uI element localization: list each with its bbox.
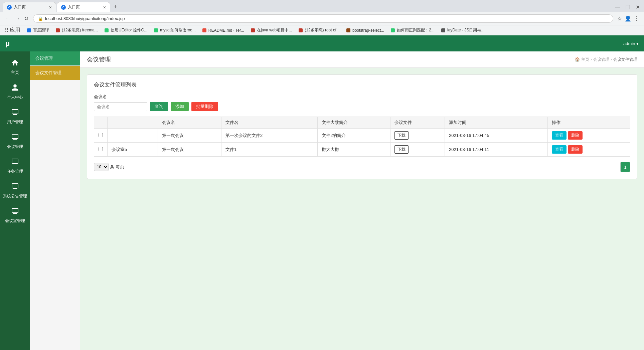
browser-tab-2[interactable]: C 入口页 × xyxy=(57,2,110,12)
content-area: 会议文件管理列表 会议名 查询 添加 批量删除 xyxy=(80,68,644,350)
reload-button[interactable]: ↻ xyxy=(22,14,30,23)
sidebar-item-room-mgmt[interactable]: 会议室管理 xyxy=(0,203,30,228)
bookmarks-bar: ⠿ 应用 百度翻译 (12条消息) freema... 使用UEditor 控件… xyxy=(0,25,644,35)
page-header: 会议管理 🏠 主页 › 会议管理 › 会议文件管理 xyxy=(80,51,644,68)
bookmark-bootstrap[interactable]: bootstrap-select... xyxy=(345,27,385,33)
row1-download-button[interactable]: 下载 xyxy=(394,131,409,140)
bookmark-ueditor[interactable]: 使用UEditor 控件C... xyxy=(103,27,149,34)
batch-delete-button[interactable]: 批量删除 xyxy=(191,102,218,111)
star-button[interactable]: ☆ xyxy=(616,14,623,23)
table-row: 第一次会议 第一次会议的文件2 文件2的简介 下载 2021-03-16 17:… xyxy=(94,129,630,143)
bookmark-icon xyxy=(27,28,31,32)
sub-sidebar-item-meeting-file-manage[interactable]: 会议文件管理 xyxy=(30,66,80,80)
row2-delete-button[interactable]: 删除 xyxy=(568,145,583,154)
tab-close-1[interactable]: × xyxy=(49,5,52,10)
sidebar-label-announce: 系统公告管理 xyxy=(3,193,27,199)
row1-file-name: 第一次会议的文件2 xyxy=(221,129,318,143)
bookmark-csdn1[interactable]: (12条消息) freema... xyxy=(54,27,99,34)
th-checkbox xyxy=(94,117,108,129)
menu-button[interactable]: ⋮ xyxy=(633,14,641,23)
add-button[interactable]: 添加 xyxy=(171,102,189,111)
bookmark-icon xyxy=(251,28,255,32)
forward-button[interactable]: → xyxy=(13,14,22,23)
per-page-select[interactable]: 10 20 50 xyxy=(94,163,109,171)
row1-add-time: 2021-03-16 17:04:45 xyxy=(445,129,548,143)
monitor-icon-announce xyxy=(11,182,19,192)
th-add-time: 添加时间 xyxy=(445,117,548,129)
th-meeting-name: 会议名 xyxy=(158,117,221,129)
sidebar-label-home: 主页 xyxy=(11,70,19,75)
monitor-icon-task xyxy=(11,158,19,167)
sub-sidebar-item-meeting-manage[interactable]: 会议管理 xyxy=(30,51,80,66)
new-tab-button[interactable]: + xyxy=(111,2,120,12)
table-row: 会议室5 第一次会议 文件1 撒大大撒 下载 2021-03-16 17:04:… xyxy=(94,143,630,157)
sidebar-label-room: 会议室管理 xyxy=(5,218,25,224)
app-container: 主页 个人中心 用户管理 会议管理 任务管理 xyxy=(0,51,644,350)
per-page-label: 条 每页 xyxy=(110,164,124,170)
page-1-button[interactable]: 1 xyxy=(620,162,630,172)
bookmark-icon xyxy=(202,28,206,32)
minimize-button[interactable]: — xyxy=(614,3,622,11)
bookmark-mysql[interactable]: mysql如何修改roo... xyxy=(153,27,197,34)
data-table: 会议名 文件名 文件大致简介 会议文件 添加时间 操作 xyxy=(94,117,630,157)
bookmark-readme[interactable]: README.md · Ter... xyxy=(201,27,246,33)
per-page-container: 10 20 50 条 每页 xyxy=(94,163,124,171)
browser-tab-1[interactable]: C 入口页 × xyxy=(3,2,56,12)
search-label: 会议名 xyxy=(94,94,630,100)
lock-icon: 🔒 xyxy=(38,16,43,21)
home-icon xyxy=(11,59,19,68)
sidebar-item-announce[interactable]: 系统公告管理 xyxy=(0,178,30,203)
address-bar[interactable]: 🔒 localhost:8080/huiyiguanlixitong/index… xyxy=(33,14,613,23)
monitor-icon-room xyxy=(11,207,19,217)
sidebar-item-meeting-mgmt[interactable]: 会议管理 xyxy=(0,129,30,154)
row1-summary: 文件2的简介 xyxy=(318,129,390,143)
back-button[interactable]: ← xyxy=(3,14,13,23)
close-window-button[interactable]: ✕ xyxy=(634,3,641,12)
bookmark-regex[interactable]: 如何用正则匹配：2... xyxy=(389,27,436,34)
sidebar-item-home[interactable]: 主页 xyxy=(0,55,30,79)
row1-meeting-name: 第一次会议 xyxy=(158,129,221,143)
bookmark-baidu[interactable]: 百度翻译 xyxy=(26,27,50,34)
th-meeting-file: 会议文件 xyxy=(390,117,445,129)
search-button[interactable]: 查询 xyxy=(150,102,168,111)
breadcrumb-current: 会议文件管理 xyxy=(613,57,637,62)
row2-add-time: 2021-03-16 17:04:11 xyxy=(445,143,548,157)
restore-button[interactable]: ❐ xyxy=(624,3,632,12)
row1-delete-button[interactable]: 删除 xyxy=(568,131,583,140)
bookmark-laydate[interactable]: layDate - JS日期与... xyxy=(440,27,486,34)
sidebar-label-task: 任务管理 xyxy=(7,169,23,174)
breadcrumb-home-icon: 🏠 xyxy=(575,57,580,62)
browser-toolbar: ← → ↻ 🔒 localhost:8080/huiyiguanlixitong… xyxy=(0,12,644,25)
row1-checkbox[interactable] xyxy=(99,133,103,137)
row2-summary: 撒大大撒 xyxy=(318,143,390,157)
breadcrumb-sep-1: › xyxy=(591,57,592,62)
search-input[interactable] xyxy=(94,102,147,111)
bookmark-icon xyxy=(391,28,395,32)
row2-view-button[interactable]: 查看 xyxy=(552,145,567,154)
tab-favicon-2: C xyxy=(61,5,66,10)
bookmark-icon xyxy=(154,28,158,32)
row2-file-cell: 下载 xyxy=(390,143,445,157)
row1-col1 xyxy=(108,129,158,143)
card-title: 会议文件管理列表 xyxy=(94,81,630,89)
row1-actions: 查看 删除 xyxy=(548,129,630,143)
sidebar-item-task-mgmt[interactable]: 任务管理 xyxy=(0,154,30,178)
row1-view-button[interactable]: 查看 xyxy=(552,131,567,140)
tab-favicon-1: C xyxy=(7,5,12,10)
bookmark-csdn2[interactable]: (12条消息) root of... xyxy=(297,27,341,34)
row2-checkbox[interactable] xyxy=(99,147,103,151)
tab-close-2[interactable]: × xyxy=(103,5,106,10)
sidebar-item-personal[interactable]: 个人中心 xyxy=(0,79,30,104)
row2-meeting-name: 第一次会议 xyxy=(158,143,221,157)
search-row: 查询 添加 批量删除 xyxy=(94,102,630,111)
bookmark-icon xyxy=(56,28,60,32)
content-card: 会议文件管理列表 会议名 查询 添加 批量删除 xyxy=(87,74,637,179)
tab-title-1: 入口页 xyxy=(14,4,47,10)
user-menu[interactable]: admin ▾ xyxy=(623,41,639,46)
row1-file-cell: 下载 xyxy=(390,129,445,143)
apps-bookmark[interactable]: ⠿ 应用 xyxy=(3,26,22,34)
sidebar-item-user-mgmt[interactable]: 用户管理 xyxy=(0,104,30,129)
bookmark-java[interactable]: 在java web项目中... xyxy=(250,27,293,34)
row2-download-button[interactable]: 下载 xyxy=(394,145,409,154)
account-button[interactable]: 👤 xyxy=(623,14,633,23)
